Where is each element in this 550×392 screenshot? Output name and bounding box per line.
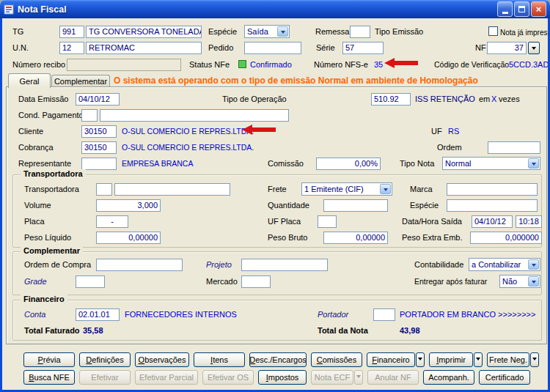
tab-geral[interactable]: Geral [8,73,51,88]
pedido-label: Pedido [208,43,233,53]
data-hora-saida-label: Data/Hora Saída [402,217,462,226]
em-label: em [479,95,490,104]
total-faturado-value: 35,58 [83,326,103,336]
itens-button[interactable]: Itens [194,352,245,367]
pedido-field[interactable] [244,42,301,54]
especie-combo[interactable]: Saída [244,25,290,38]
cobranca-code-field[interactable]: 30150 [81,141,117,154]
un-name-field[interactable]: RETROMAC [86,42,202,54]
serie-field[interactable]: 57 [342,42,384,54]
uf-placa-field[interactable] [318,215,337,228]
financeiro-button[interactable]: Financeiro [367,352,415,367]
tipo-nota-combo[interactable]: Normal [442,157,540,170]
contabilidade-combo[interactable]: a Contabilizar [469,258,540,271]
acompanh-button[interactable]: Acompanh. [423,370,474,385]
tg-name-field[interactable]: TG CONVERSORA TONELADA-SACO [86,26,202,38]
volume-field[interactable]: 3,000 [96,199,161,212]
remessa-field[interactable] [350,26,370,38]
frete-neg-dropdown-button[interactable] [530,352,539,367]
minimize-icon [502,12,508,14]
un-label: U.N. [12,43,29,53]
ordem-compra-field[interactable] [96,259,183,271]
imprimir-button[interactable]: Imprimir [429,352,473,367]
frete-neg-button[interactable]: Frete Neg. [487,352,529,367]
tipo-operacao-label: Tipo de Operação [222,95,287,104]
data-emissao-label: Data Emissão [18,95,68,104]
tab-complementar[interactable]: Complementar [51,75,110,87]
placa-field[interactable]: - [96,215,128,228]
nota-ja-impressa-checkbox[interactable] [488,26,498,36]
form-body: TG 991 TG CONVERSORA TONELADA-SACO Espéc… [0,18,550,392]
hora-saida-field[interactable]: 10:18 [516,215,542,228]
especie-carga-label: Espécie [410,201,439,210]
comissoes-button[interactable]: Comissões [311,352,362,367]
cliente-code-field[interactable]: 30150 [81,125,117,138]
comissao-field[interactable]: 0,00% [316,158,381,170]
portador-field[interactable] [373,308,395,321]
homologacao-banner: O sistema está operando com o tipo de em… [114,75,478,86]
cliente-name: O-SUL COMERCIO E REPRES.LTDA. [122,127,254,136]
anular-nf-button: Anular NF [367,370,419,385]
especie-carga-field[interactable] [447,199,538,212]
grade-field[interactable] [76,275,105,288]
efetivar-os-button: Efetivar OS [202,370,254,385]
observacoes-button[interactable]: Observações [135,352,189,367]
peso-extra-field[interactable]: 0,000000 [470,232,542,244]
un-code-field[interactable]: 12 [59,42,84,54]
conta-desc: FORNECEDORES INTERNOS [125,310,237,319]
titlebar[interactable]: Nota Fiscal × [0,0,550,18]
chevron-down-icon [532,281,536,286]
impostos-button[interactable]: Impostos [258,370,307,385]
maximize-button[interactable] [514,1,529,17]
certificado-button[interactable]: Certificado [479,370,530,385]
remessa-label: Remessa [315,27,349,37]
tg-code-field[interactable]: 991 [59,26,84,38]
peso-bruto-label: Peso Bruto [268,233,307,243]
chevron-down-icon [281,31,285,36]
chevron-down-icon [356,375,361,380]
transportadora-code-field[interactable] [96,183,112,196]
tipo-nota-label: Tipo Nota [400,159,434,169]
data-emissao-field[interactable]: 04/10/12 [76,93,120,106]
quantidade-field[interactable] [323,199,388,212]
financeiro-dropdown-button[interactable] [416,352,425,367]
close-button[interactable]: × [531,1,546,17]
cond-pagamento-code-field[interactable] [81,109,98,122]
previa-button[interactable]: Prévia [23,352,75,367]
minimize-button[interactable] [497,1,513,17]
uf-placa-label: UF Placa [268,217,301,226]
projeto-field[interactable] [241,259,328,271]
portador-label: Portador [318,310,348,319]
nf-field[interactable]: 37 [487,42,527,54]
entregar-apos-faturar-combo[interactable]: Não [499,275,540,288]
marca-field[interactable] [447,183,538,196]
annotation-arrow-cliente [242,124,276,136]
representante-name: EMPRESA BRANCA [122,159,193,169]
tipo-operacao-field[interactable]: 510.92 [371,93,411,106]
conta-field[interactable]: 02.01.01 [76,308,120,321]
peso-liquido-label: Peso Líquido [24,233,71,243]
busca-nfe-button[interactable]: Busca NFE [23,370,75,385]
total-da-nota-value: 43,98 [400,326,420,336]
mercado-field[interactable] [241,275,271,288]
grade-label: Grade [24,277,47,286]
peso-bruto-field[interactable]: 0,00000 [323,232,388,244]
portador-desc: PORTADOR EM BRANCO >>>>>>>> [400,310,535,319]
peso-liquido-field[interactable]: 0,00000 [96,232,161,244]
imprimir-dropdown-button[interactable] [474,352,483,367]
volume-label: Volume [24,201,51,210]
frete-combo[interactable]: 1 Emitente (CIF) [301,182,392,196]
cobranca-name: O-SUL COMERCIO E REPRES.LTDA. [122,143,254,152]
maximize-icon [518,6,525,12]
nf-lookup-button[interactable] [528,42,540,54]
total-faturado-label: Total Faturado [24,326,80,336]
definicoes-button[interactable]: Definições [79,352,131,367]
desc-encargos-button[interactable]: Desc./Encargos [249,352,307,367]
representante-code-field[interactable] [81,158,117,170]
ordem-field[interactable] [488,141,540,154]
chevron-down-icon [532,358,537,363]
cond-pagamento-desc-field[interactable] [100,109,289,122]
data-saida-field[interactable]: 04/10/12 [472,215,513,228]
comissao-label: Comissão [268,159,304,169]
transportadora-name-field[interactable] [114,183,230,196]
